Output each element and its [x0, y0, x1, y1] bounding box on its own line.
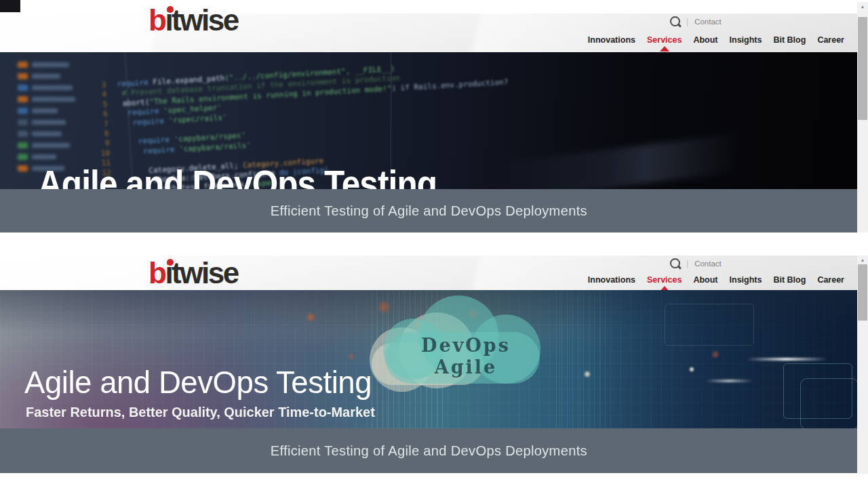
page-title: Agile and DevOps Testing	[24, 366, 372, 398]
logo-i-dot	[167, 6, 174, 13]
nav-item-services[interactable]: Services	[647, 35, 682, 45]
hero-banner-code: 3require File.expand_path("../../config/…	[0, 52, 857, 189]
scroll-up-arrow-icon[interactable]: ▲	[857, 256, 868, 264]
cloud-label-agile: Agile	[401, 357, 530, 378]
hero-banner-circuit: DevOps Agile Agile and DevOps Testing Fa…	[0, 290, 857, 428]
scrollbar[interactable]: ▲	[857, 2, 868, 232]
logo-rest: itwise	[165, 256, 237, 289]
light-streak	[746, 358, 827, 361]
scrollbar-thumb[interactable]	[858, 17, 867, 120]
logo-letter-b: b	[149, 3, 165, 37]
divider: |	[686, 17, 688, 26]
utility-bar: | Contact	[670, 16, 722, 26]
bokeh-dot	[711, 350, 720, 359]
search-icon[interactable]	[670, 16, 680, 26]
screenshot-bottom: bitwise | Contact Innovations Services A…	[0, 256, 868, 473]
scrollbar[interactable]: ▲	[857, 256, 868, 474]
nav-item-bit-blog[interactable]: Bit Blog	[773, 35, 806, 45]
nav-item-about[interactable]: About	[693, 35, 717, 45]
bitwise-logo[interactable]: bitwise	[149, 5, 238, 35]
nav-item-insights[interactable]: Insights	[730, 275, 762, 285]
nav-item-services[interactable]: Services	[647, 275, 682, 285]
nav-item-career[interactable]: Career	[817, 35, 844, 45]
search-icon[interactable]	[670, 258, 680, 268]
site-header	[0, 14, 857, 52]
active-tab-indicator	[660, 46, 669, 52]
contact-link[interactable]: Contact	[694, 260, 722, 268]
bokeh-dot	[305, 312, 316, 323]
band-text: Efficient Testing of Agile and DevOps De…	[270, 443, 587, 459]
cloud-label-devops: DevOps	[401, 335, 530, 356]
nav-item-bit-blog[interactable]: Bit Blog	[773, 275, 806, 285]
band-text: Efficient Testing of Agile and DevOps De…	[270, 203, 587, 219]
bitwise-logo[interactable]: bitwise	[149, 258, 238, 288]
section-band: Efficient Testing of Agile and DevOps De…	[0, 189, 857, 232]
bokeh-dot	[688, 366, 695, 373]
page-subtitle: Faster Returns, Better Quality, Quicker …	[26, 404, 375, 420]
corner-dark-artifact	[0, 0, 20, 12]
nav-item-career[interactable]: Career	[817, 275, 844, 285]
bokeh-dot	[347, 352, 355, 361]
scroll-up-arrow-icon[interactable]: ▲	[857, 2, 868, 11]
circuit-box	[665, 304, 754, 346]
main-nav: Innovations Services About Insights Bit …	[588, 35, 844, 45]
utility-bar: | Contact	[670, 258, 722, 268]
screenshot-top: bitwise | Contact Innovations Services A…	[0, 0, 868, 232]
section-band: Efficient Testing of Agile and DevOps De…	[0, 428, 857, 473]
logo-letter-b: b	[149, 256, 165, 289]
divider: |	[686, 259, 688, 268]
circuit-box	[800, 378, 857, 428]
site-header	[0, 256, 857, 290]
logo-rest: itwise	[165, 3, 237, 37]
page-title: Agile and DevOps Testing	[38, 165, 437, 189]
nav-item-innovations[interactable]: Innovations	[588, 35, 635, 45]
bokeh-dot	[376, 300, 391, 314]
light-streak	[705, 380, 753, 382]
logo-i-dot	[167, 259, 174, 266]
scrollbar-thumb[interactable]	[858, 264, 867, 321]
nav-item-about[interactable]: About	[693, 275, 717, 285]
main-nav: Innovations Services About Insights Bit …	[588, 275, 844, 285]
nav-item-insights[interactable]: Insights	[730, 35, 762, 45]
contact-link[interactable]: Contact	[694, 18, 722, 26]
nav-item-innovations[interactable]: Innovations	[588, 275, 635, 285]
bokeh-dot	[583, 370, 591, 378]
